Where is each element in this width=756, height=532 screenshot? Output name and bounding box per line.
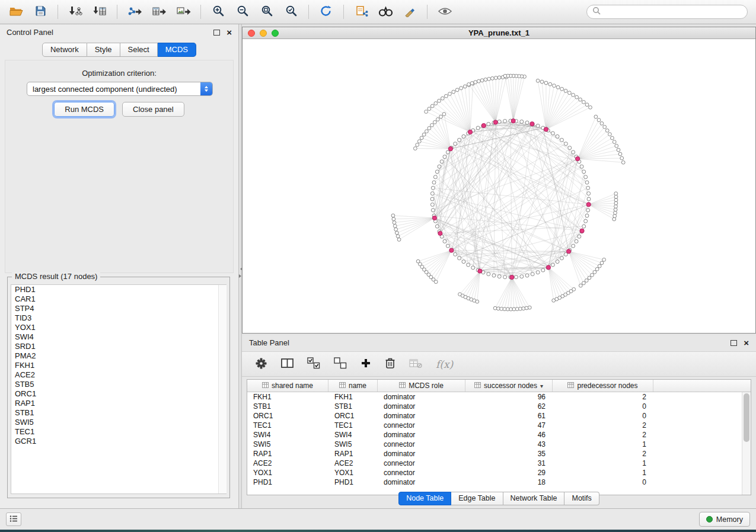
- zoom-out-button[interactable]: [232, 3, 253, 21]
- memory-label: Memory: [716, 515, 743, 524]
- cell: connector: [378, 440, 465, 449]
- table-row[interactable]: ORC1ORC1dominator610: [247, 411, 751, 421]
- list-item[interactable]: ORC1: [11, 389, 226, 399]
- zoom-selected-button[interactable]: [281, 3, 301, 21]
- cell: ORC1: [247, 411, 328, 421]
- delete-row-button[interactable]: [385, 357, 395, 372]
- table-row[interactable]: ACE2ACE2connector311: [247, 459, 751, 468]
- tab-mcds[interactable]: MCDS: [158, 43, 196, 57]
- show-graphics-details-button[interactable]: [435, 3, 455, 21]
- list-item[interactable]: TEC1: [11, 427, 226, 437]
- column-header-shared-name[interactable]: shared name: [247, 380, 328, 392]
- list-item[interactable]: SWI4: [11, 332, 226, 342]
- tab-style[interactable]: Style: [87, 43, 120, 57]
- window-close-button[interactable]: [248, 30, 255, 37]
- column-header-mcds-role[interactable]: MCDS role: [378, 380, 465, 392]
- tab-network-table[interactable]: Network Table: [503, 492, 565, 505]
- open-file-button[interactable]: [6, 3, 26, 21]
- plus-icon: [361, 358, 371, 370]
- float-panel-icon[interactable]: [213, 30, 220, 36]
- unchecked-boxes-icon: [334, 357, 347, 371]
- cell: 1: [553, 468, 653, 477]
- table-row[interactable]: FKH1FKH1dominator962: [247, 392, 751, 402]
- table-header-row: shared namenameMCDS rolesuccessor nodes▾…: [247, 380, 751, 392]
- network-canvas[interactable]: [243, 39, 755, 334]
- table-row[interactable]: RAP1RAP1dominator352: [247, 449, 751, 459]
- import-network-button[interactable]: [65, 3, 85, 21]
- export-network-button[interactable]: [125, 3, 145, 21]
- list-item[interactable]: YOX1: [11, 323, 226, 332]
- list-item[interactable]: STB1: [11, 408, 226, 418]
- list-item[interactable]: CAR1: [11, 294, 226, 304]
- column-header-name[interactable]: name: [328, 380, 378, 392]
- float-panel-icon[interactable]: [731, 340, 737, 346]
- table-row[interactable]: SWI4SWI4dominator462: [247, 430, 751, 440]
- list-item[interactable]: FKH1: [11, 361, 226, 370]
- export-image-button[interactable]: [173, 3, 193, 21]
- list-item[interactable]: PHD1: [11, 285, 226, 294]
- tab-select[interactable]: Select: [120, 43, 158, 57]
- network-window-titlebar[interactable]: YPA_prune.txt_1: [243, 27, 755, 39]
- scrollbar-thumb[interactable]: [744, 393, 749, 442]
- select-all-columns-button[interactable]: [307, 357, 320, 372]
- list-item[interactable]: ACE2: [11, 370, 226, 380]
- clone-network-button[interactable]: [351, 3, 371, 21]
- tab-motifs[interactable]: Motifs: [564, 492, 599, 505]
- paint-style-button[interactable]: [400, 3, 420, 21]
- column-header-predecessor-nodes[interactable]: predecessor nodes: [553, 380, 653, 392]
- search-network-button[interactable]: [375, 3, 395, 21]
- list-item[interactable]: PMA2: [11, 351, 226, 361]
- table-scrollbar[interactable]: [742, 392, 751, 495]
- optimization-criterion-label: Optimization criterion:: [5, 69, 233, 78]
- table-row[interactable]: YOX1YOX1connector291: [247, 468, 751, 477]
- list-item[interactable]: SRD1: [11, 342, 226, 351]
- criterion-dropdown[interactable]: largest connected component (undirected): [27, 82, 213, 96]
- toolbar-separator: [58, 5, 58, 19]
- list-item[interactable]: GCR1: [11, 437, 226, 446]
- list-icon: [9, 515, 18, 524]
- tab-edge-table[interactable]: Edge Table: [451, 492, 503, 505]
- zoom-fit-button[interactable]: [257, 3, 277, 21]
- list-item[interactable]: STP4: [11, 304, 226, 313]
- export-table-button[interactable]: [149, 3, 169, 21]
- tab-node-table[interactable]: Node Table: [398, 492, 451, 505]
- cell: FKH1: [247, 392, 328, 402]
- close-panel-icon[interactable]: ×: [227, 28, 232, 37]
- table-row[interactable]: SWI5SWI5connector431: [247, 440, 751, 449]
- memory-status-icon: [706, 516, 713, 523]
- table-settings-button[interactable]: [255, 357, 267, 372]
- table-column-icon: [567, 382, 574, 390]
- cell: connector: [378, 421, 465, 430]
- import-table-button[interactable]: [90, 3, 110, 21]
- list-item[interactable]: RAP1: [11, 399, 226, 408]
- tab-network[interactable]: Network: [42, 43, 87, 57]
- zoom-in-button[interactable]: [208, 3, 228, 21]
- list-item[interactable]: TID3: [11, 313, 226, 323]
- list-item[interactable]: SWI5: [11, 418, 226, 427]
- show-columns-button[interactable]: [281, 357, 294, 372]
- table-column-icon: [399, 382, 406, 390]
- cell: dominator: [378, 392, 465, 402]
- window-zoom-button[interactable]: [272, 30, 279, 37]
- close-panel-button[interactable]: Close panel: [122, 102, 184, 117]
- table-row[interactable]: STB1STB1dominator620: [247, 402, 751, 411]
- add-row-button[interactable]: [361, 357, 371, 372]
- save-session-button[interactable]: [30, 3, 50, 21]
- cell: YOX1: [328, 468, 378, 477]
- window-minimize-button[interactable]: [260, 30, 267, 37]
- run-mcds-button[interactable]: Run MCDS: [54, 102, 114, 117]
- table-row[interactable]: PHD1PHD1dominator180: [247, 477, 751, 487]
- panel-menu-button[interactable]: [6, 512, 21, 526]
- result-list-scrollbar[interactable]: [218, 285, 227, 493]
- cell: 0: [553, 411, 653, 421]
- search-input[interactable]: [604, 7, 742, 17]
- table-row[interactable]: TEC1TEC1connector472: [247, 421, 751, 430]
- column-header-successor-nodes[interactable]: successor nodes▾: [465, 380, 553, 392]
- close-panel-icon[interactable]: ×: [744, 338, 749, 347]
- search-box[interactable]: [586, 5, 748, 19]
- table-tabs: Node TableEdge TableNetwork TableMotifs: [242, 492, 756, 505]
- deselect-all-columns-button[interactable]: [334, 357, 347, 372]
- refresh-view-button[interactable]: [316, 3, 336, 21]
- list-item[interactable]: STB5: [11, 380, 226, 389]
- memory-button[interactable]: Memory: [699, 512, 750, 527]
